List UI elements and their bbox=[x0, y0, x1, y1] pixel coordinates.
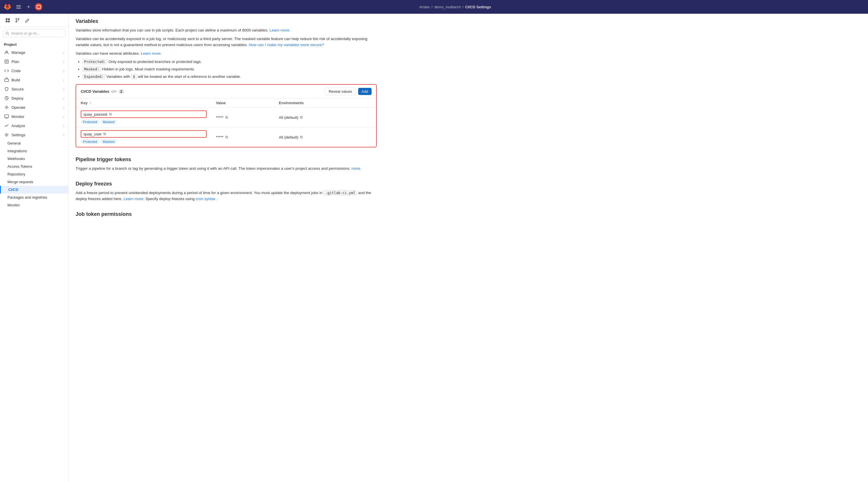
pipeline-learn-more[interactable]: more. bbox=[351, 166, 362, 170]
variables-desc2: Variables can be accidentally exposed in… bbox=[75, 36, 377, 48]
svg-rect-5 bbox=[6, 21, 7, 22]
sidebar-edit-btn[interactable] bbox=[24, 17, 31, 24]
job-title: Job token permissions bbox=[75, 211, 377, 217]
variables-box: CI/CD Variables </> 2 Reveal values Add bbox=[75, 84, 377, 148]
sidebar-item-settings[interactable]: Settings ‹ bbox=[0, 130, 68, 139]
env-cell-1: All (default) ⧉ bbox=[279, 115, 372, 120]
monitor-icon bbox=[4, 114, 9, 119]
svg-rect-6 bbox=[8, 21, 10, 22]
sidebar-toggle-btn[interactable] bbox=[15, 3, 22, 10]
settings-label: Settings bbox=[11, 133, 26, 137]
copy-key-btn-2[interactable]: ⧉ bbox=[103, 132, 106, 136]
sidebar-sub-monitor[interactable]: Monitor bbox=[0, 201, 68, 209]
svg-rect-12 bbox=[5, 60, 8, 63]
svg-point-17 bbox=[6, 106, 7, 108]
deploy-cron-link[interactable]: cron syntax bbox=[196, 197, 216, 201]
sidebar-sub-webhooks[interactable]: Webhooks bbox=[0, 155, 68, 163]
sort-icon: ↑ bbox=[90, 101, 91, 105]
add-variable-button[interactable]: Add bbox=[358, 88, 372, 95]
sidebar: Search or go to... Project Manage › Plan… bbox=[0, 14, 69, 482]
var-badges-2: Protected Masked bbox=[81, 139, 207, 144]
deploy-icon bbox=[4, 96, 9, 101]
secure-link[interactable]: How can I make my variables more secure? bbox=[249, 43, 324, 47]
badge-inner bbox=[37, 5, 41, 9]
topbar: + Arslan / demo_multiarch / CI/CD Settin… bbox=[0, 0, 868, 14]
sidebar-top-icons bbox=[0, 14, 68, 27]
svg-point-7 bbox=[16, 18, 17, 20]
reveal-values-button[interactable]: Reveal values bbox=[325, 88, 356, 95]
badge-masked-1: Masked bbox=[100, 120, 117, 124]
sidebar-item-deploy[interactable]: Deploy › bbox=[0, 94, 68, 103]
bullet-protected: Protected: Only exposed to protected bra… bbox=[83, 59, 377, 65]
gitlab-logo[interactable] bbox=[3, 3, 11, 11]
copy-env-btn-2[interactable]: ⧉ bbox=[300, 135, 303, 139]
sidebar-item-code[interactable]: Code › bbox=[0, 66, 68, 75]
svg-point-21 bbox=[6, 134, 7, 136]
sidebar-merge-btn[interactable] bbox=[14, 17, 21, 24]
sidebar-item-plan[interactable]: Plan › bbox=[0, 57, 68, 66]
svg-rect-18 bbox=[5, 115, 8, 118]
sidebar-item-operate[interactable]: Operate › bbox=[0, 103, 68, 112]
plan-icon bbox=[4, 59, 9, 64]
sidebar-sub-cicd[interactable]: CI/CD bbox=[0, 186, 68, 193]
copy-env-btn-1[interactable]: ⧉ bbox=[300, 115, 303, 120]
sidebar-sub-general[interactable]: General bbox=[0, 139, 68, 147]
sidebar-sub-merge-requests[interactable]: Merge requests bbox=[0, 178, 68, 186]
sidebar-sub-repository[interactable]: Repository bbox=[0, 170, 68, 178]
new-item-btn[interactable]: + bbox=[26, 3, 31, 11]
job-section: Job token permissions bbox=[75, 211, 377, 217]
sidebar-sub-access-tokens[interactable]: Access Tokens bbox=[0, 163, 68, 170]
analyze-icon bbox=[4, 123, 9, 128]
badge-masked-2: Masked bbox=[100, 139, 117, 144]
sidebar-sub-integrations[interactable]: Integrations bbox=[0, 147, 68, 155]
sidebar-sub-packages[interactable]: Packages and registries bbox=[0, 193, 68, 201]
var-badges-1: Protected Masked bbox=[81, 120, 207, 124]
variables-section: Variables Variables store information th… bbox=[75, 18, 377, 148]
sidebar-search[interactable]: Search or go to... bbox=[3, 30, 66, 37]
monitor-label: Monitor bbox=[11, 115, 24, 119]
sidebar-item-analyze[interactable]: Analyze › bbox=[0, 121, 68, 130]
manage-label: Manage bbox=[11, 51, 26, 55]
var-key-name-1: quay_passwd ⧉ bbox=[81, 110, 207, 118]
var-key-text-2: quay_user bbox=[84, 132, 102, 136]
deploy-learn-more-1[interactable]: Learn more. bbox=[123, 197, 144, 201]
learn-more-link-3[interactable]: Learn more. bbox=[141, 51, 162, 56]
copy-value-btn-2[interactable]: ⧉ bbox=[225, 135, 228, 139]
col-value: Value bbox=[211, 98, 274, 108]
table-row: quay_user ⧉ Protected Masked bbox=[76, 127, 376, 147]
search-placeholder: Search or go to... bbox=[11, 31, 40, 35]
sidebar-item-manage[interactable]: Manage › bbox=[0, 48, 68, 57]
cicd-badge[interactable] bbox=[35, 3, 42, 10]
deploy-label: Deploy bbox=[11, 96, 24, 100]
secure-label: Secure bbox=[11, 87, 24, 91]
col-environments: Environments bbox=[274, 98, 376, 108]
var-key-name-2: quay_user ⧉ bbox=[81, 130, 207, 138]
variables-icon: </> bbox=[111, 89, 117, 94]
sidebar-home-btn[interactable] bbox=[4, 17, 11, 24]
settings-icon bbox=[4, 132, 9, 137]
sidebar-item-monitor[interactable]: Monitor › bbox=[0, 112, 68, 121]
copy-value-btn-1[interactable]: ⧉ bbox=[225, 115, 228, 120]
sidebar-item-build[interactable]: Build › bbox=[0, 75, 68, 85]
learn-more-link-1[interactable]: Learn more. bbox=[269, 28, 290, 32]
sidebar-item-secure[interactable]: Secure › bbox=[0, 85, 68, 94]
variables-header: CI/CD Variables </> 2 Reveal values Add bbox=[76, 85, 376, 98]
value-text-2: ***** bbox=[216, 135, 223, 139]
svg-rect-0 bbox=[16, 5, 21, 6]
copy-key-btn-1[interactable]: ⧉ bbox=[109, 112, 112, 117]
breadcrumb-repo[interactable]: demo_multiarch bbox=[434, 5, 461, 9]
var-key-cell-1: quay_passwd ⧉ Protected Masked bbox=[81, 110, 207, 124]
env-text-2: All (default) bbox=[279, 135, 298, 139]
variables-desc1: Variables store information that you can… bbox=[75, 27, 377, 33]
bullet-masked: Masked: Hidden in job logs. Must match m… bbox=[83, 66, 377, 72]
svg-point-8 bbox=[16, 21, 17, 22]
operate-chevron: › bbox=[63, 106, 64, 109]
svg-rect-15 bbox=[5, 79, 8, 82]
svg-point-10 bbox=[6, 32, 8, 34]
breadcrumb-arslan[interactable]: Arslan bbox=[419, 5, 430, 9]
svg-rect-3 bbox=[6, 18, 7, 20]
variables-desc3: Variables can have several attributes. L… bbox=[75, 51, 377, 57]
env-text-1: All (default) bbox=[279, 115, 298, 120]
code-label: Code bbox=[11, 69, 21, 73]
variables-bullets: Protected: Only exposed to protected bra… bbox=[83, 59, 377, 79]
